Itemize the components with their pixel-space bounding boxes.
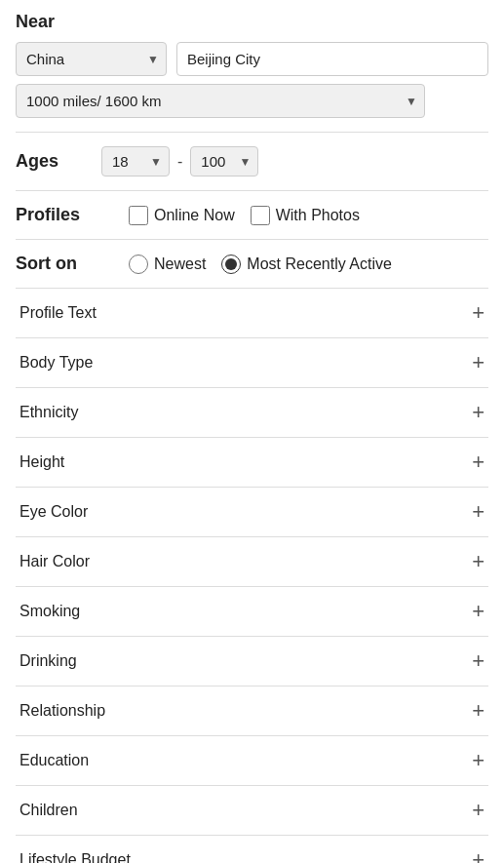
newest-radio-item[interactable]: Newest <box>129 255 206 274</box>
near-section: Near China USA UK France Germany ▼ 50 mi… <box>16 12 488 118</box>
expand-item-label: Education <box>19 752 89 769</box>
expand-plus-icon: + <box>472 352 485 373</box>
expand-item[interactable]: Hair Color + <box>16 537 488 587</box>
expand-plus-icon: + <box>472 700 485 722</box>
age-dash: - <box>177 153 182 171</box>
sorton-label: Sort on <box>16 254 113 274</box>
expand-plus-icon: + <box>472 402 485 423</box>
most-recently-active-radio-item[interactable]: Most Recently Active <box>221 255 392 274</box>
expand-item-label: Smoking <box>19 603 80 620</box>
divider-3 <box>16 239 488 240</box>
expand-item[interactable]: Ethnicity + <box>16 388 488 438</box>
expand-item[interactable]: Height + <box>16 438 488 488</box>
expand-item-label: Profile Text <box>19 304 97 322</box>
sorton-section: Sort on Newest Most Recently Active <box>16 254 488 274</box>
profiles-section: Profiles Online Now With Photos <box>16 205 488 225</box>
expand-plus-icon: + <box>472 650 485 672</box>
most-recently-active-label[interactable]: Most Recently Active <box>247 255 392 273</box>
profiles-label: Profiles <box>16 205 113 225</box>
divider-1 <box>16 132 488 133</box>
expand-item-label: Drinking <box>19 652 77 670</box>
most-recently-active-radio[interactable] <box>221 255 241 274</box>
online-now-checkbox[interactable] <box>129 206 148 225</box>
divider-2 <box>16 190 488 191</box>
near-label: Near <box>16 12 488 32</box>
expand-item[interactable]: Profile Text + <box>16 289 488 338</box>
expand-item-label: Body Type <box>19 354 93 372</box>
near-row-top: China USA UK France Germany ▼ <box>16 42 488 76</box>
country-select-wrapper[interactable]: China USA UK France Germany ▼ <box>16 42 167 76</box>
expand-item[interactable]: Smoking + <box>16 587 488 637</box>
expand-item-label: Eye Color <box>19 503 88 521</box>
expand-item[interactable]: Relationship + <box>16 686 488 736</box>
expand-item-label: Hair Color <box>19 553 90 570</box>
expand-item[interactable]: Eye Color + <box>16 488 488 537</box>
expand-plus-icon: + <box>472 849 485 863</box>
ages-label: Ages <box>16 151 94 172</box>
online-now-label[interactable]: Online Now <box>154 207 235 224</box>
with-photos-checkbox[interactable] <box>251 206 270 225</box>
age-min-select[interactable]: 18 19202122 25303540 45506070 <box>101 146 170 177</box>
expand-item-label: Children <box>19 802 78 819</box>
distance-select-wrapper[interactable]: 50 miles/ 80 km 100 miles/ 160 km 250 mi… <box>16 84 425 118</box>
expand-item-label: Lifestyle Budget <box>19 851 131 863</box>
age-max-select-wrapper[interactable]: 25303540 45506070 8090100 ▼ <box>190 146 258 177</box>
expand-plus-icon: + <box>472 601 485 622</box>
age-min-select-wrapper[interactable]: 18 19202122 25303540 45506070 ▼ <box>101 146 170 177</box>
expand-item[interactable]: Lifestyle Budget + <box>16 836 488 863</box>
with-photos-label[interactable]: With Photos <box>276 207 360 224</box>
expand-plus-icon: + <box>472 451 485 473</box>
expand-plus-icon: + <box>472 501 485 523</box>
age-max-select[interactable]: 25303540 45506070 8090100 <box>190 146 258 177</box>
expand-item[interactable]: Drinking + <box>16 637 488 686</box>
with-photos-checkbox-item[interactable]: With Photos <box>251 206 360 225</box>
online-now-checkbox-item[interactable]: Online Now <box>129 206 235 225</box>
expand-item[interactable]: Body Type + <box>16 338 488 388</box>
city-input[interactable] <box>176 42 488 76</box>
country-select[interactable]: China USA UK France Germany <box>16 42 167 76</box>
expand-item-label: Ethnicity <box>19 404 78 421</box>
expand-plus-icon: + <box>472 800 485 821</box>
ages-section: Ages 18 19202122 25303540 45506070 ▼ - 2… <box>16 146 488 177</box>
expand-list: Profile Text + Body Type + Ethnicity + H… <box>16 288 488 863</box>
expand-plus-icon: + <box>472 750 485 771</box>
distance-select[interactable]: 50 miles/ 80 km 100 miles/ 160 km 250 mi… <box>16 84 425 118</box>
expand-item-label: Height <box>19 453 64 471</box>
newest-radio[interactable] <box>129 255 148 274</box>
expand-plus-icon: + <box>472 551 485 572</box>
expand-plus-icon: + <box>472 302 485 324</box>
expand-item[interactable]: Children + <box>16 786 488 836</box>
expand-item[interactable]: Education + <box>16 736 488 786</box>
expand-item-label: Relationship <box>19 702 105 720</box>
newest-label[interactable]: Newest <box>154 255 206 273</box>
